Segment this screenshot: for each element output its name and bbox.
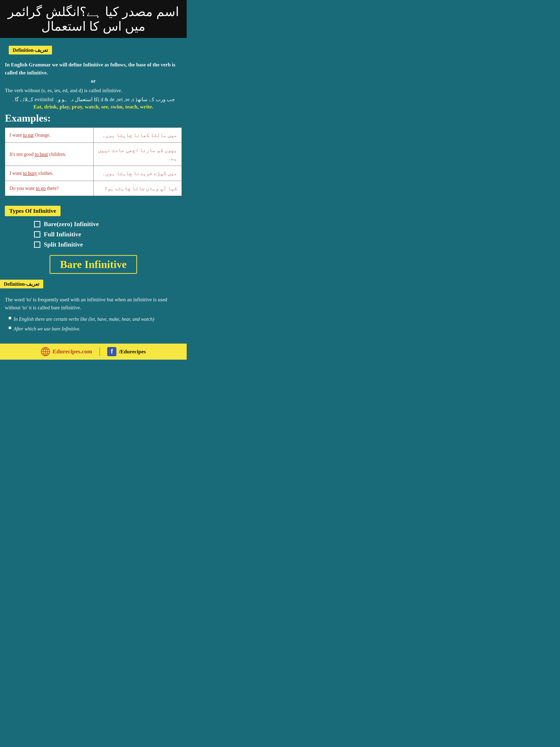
list-item: Full Infinitive xyxy=(34,231,182,238)
bare-infinitive-section: The word 'to' is frequently used with an… xyxy=(0,288,187,341)
table-cell-english: I want to busy clothes. xyxy=(5,165,94,181)
page-title: اسم مصدر کیا ہے؟انگلش گرائمر میں اس کا ا… xyxy=(5,4,182,33)
table-cell-english: Do you want to go there? xyxy=(5,181,94,196)
table-row: I want to eat Orange. میں مالٹا کھانا چا… xyxy=(5,127,182,143)
bullet-text-2: After which we use bare Infinitive. xyxy=(14,325,80,332)
table-cell-urdu: بچوں کو مارنا اچھی عادت نہیں ہے۔ xyxy=(93,143,182,165)
table-cell-urdu: میں کپڑے خریدنا چاہتا ہوں۔ xyxy=(93,165,182,181)
types-section: Types Of Infinitive Bare(zero) Infinitiv… xyxy=(0,201,187,274)
definition-section-1: Definition-تعریف xyxy=(0,38,187,54)
bullet-item-1: In English there are certain verbs like … xyxy=(9,315,182,323)
bare-def-text: The word 'to' is frequently used with an… xyxy=(5,296,182,312)
globe-icon: www xyxy=(41,347,50,356)
footer-separator xyxy=(100,347,100,356)
types-badge: Types Of Infinitive xyxy=(5,206,60,216)
definition-text-1: In English Grammar we will define Infini… xyxy=(5,61,182,77)
types-list: Bare(zero) Infinitive Full Infinitive Sp… xyxy=(34,221,182,248)
page-header: اسم مصدر کیا ہے؟انگلش گرائمر میں اس کا ا… xyxy=(0,0,187,38)
urdu-line: جب ورب کے ساتھ( s, es, ies, ed & d )کا ا… xyxy=(5,97,182,103)
or-text: or xyxy=(5,78,182,84)
bare-infinitive-title: Bare Infinitive xyxy=(60,258,127,271)
footer-site: www Edurecipes.com xyxy=(41,347,92,356)
bullet-icon-1 xyxy=(9,317,11,319)
table-cell-urdu: میں مالٹا کھانا چاہتا ہوں۔ xyxy=(93,127,182,143)
table-row: It's not good to beat children. بچوں کو … xyxy=(5,143,182,165)
checkbox-icon-2 xyxy=(34,231,41,237)
facebook-icon: f xyxy=(107,347,116,356)
footer-url: Edurecipes.com xyxy=(53,348,92,355)
types-list-item-3: Split Infinitive xyxy=(44,241,83,248)
examples-heading: Examples: xyxy=(5,112,182,124)
table-row: Do you want to go there? کیا آپ وہاں جان… xyxy=(5,181,182,196)
bullet-text-1: In English there are certain verbs like … xyxy=(14,315,154,323)
table-cell-urdu: کیا آپ وہاں جانا چاہتے ہو؟ xyxy=(93,181,182,196)
footer-fb: f /Edurecipes xyxy=(107,347,146,356)
definition-section-2: Definition-تعریف xyxy=(0,276,187,288)
definition-badge-1: Definition-تعریف xyxy=(9,46,52,54)
table-cell-english: I want to eat Orange. xyxy=(5,127,94,143)
list-item: Split Infinitive xyxy=(34,241,182,248)
definition-badge-2: Definition-تعریف xyxy=(0,280,43,288)
types-list-item-1: Bare(zero) Infinitive xyxy=(44,221,99,228)
svg-text:www: www xyxy=(44,348,47,350)
list-item: Bare(zero) Infinitive xyxy=(34,221,182,228)
bullet-list: In English there are certain verbs like … xyxy=(9,315,182,332)
table-row: I want to busy clothes. میں کپڑے خریدنا … xyxy=(5,165,182,181)
bullet-icon-2 xyxy=(9,327,11,329)
table-cell-english: It's not good to beat children. xyxy=(5,143,94,165)
bare-infinitive-inner: Bare Infinitive xyxy=(50,255,137,274)
examples-table: I want to eat Orange. میں مالٹا کھانا چا… xyxy=(5,127,182,196)
bullet-item-2: After which we use bare Infinitive. xyxy=(9,325,182,332)
checkbox-icon-3 xyxy=(34,241,41,248)
content-section-1: In English Grammar we will define Infini… xyxy=(0,54,187,201)
checkbox-icon-1 xyxy=(34,221,41,227)
examples-colored-list: Eat, drink, play, pray, watch, see, swim… xyxy=(5,104,182,110)
footer-fb-text: /Edurecipes xyxy=(119,349,146,355)
bare-infinitive-box: Bare Infinitive xyxy=(5,255,182,274)
types-list-item-2: Full Infinitive xyxy=(44,231,81,238)
definition-text-2: The verb without (s, es, ies, ed, and d)… xyxy=(5,86,182,95)
page-footer: www Edurecipes.com f /Edurecipes xyxy=(0,343,187,360)
